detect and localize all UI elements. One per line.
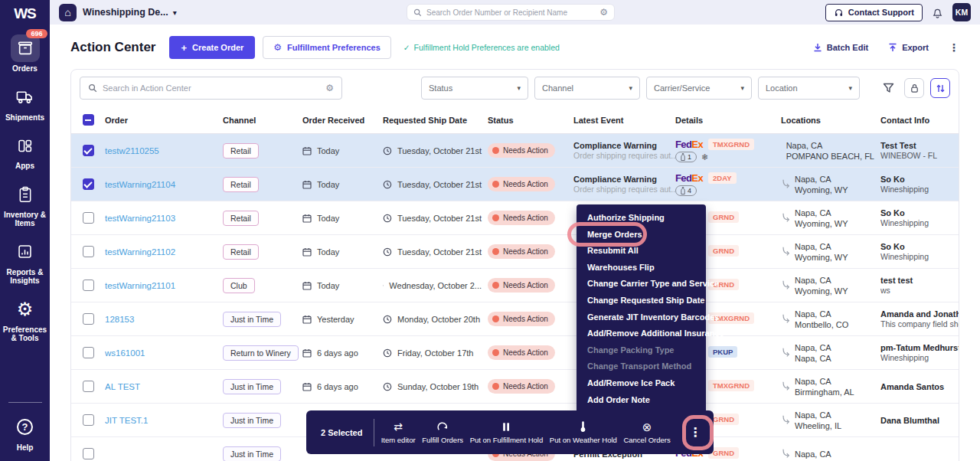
column-header[interactable]: Details: [675, 116, 781, 125]
fulfillment-preferences-button[interactable]: ⚙ Fulfillment Preferences: [263, 36, 390, 59]
redo-icon: [437, 422, 449, 432]
filter-dropdown-channel[interactable]: Channel▾: [534, 77, 640, 100]
menu-item-add-remove-additional-insurance[interactable]: Add/Remove Additional Insurance: [577, 325, 706, 342]
sidebar-item-inventory-items[interactable]: Inventory & Items: [2, 181, 49, 228]
sort-button[interactable]: [930, 78, 950, 98]
batch-edit-button[interactable]: Batch Edit: [813, 43, 868, 52]
more-actions-icon[interactable]: ⋮: [949, 41, 959, 54]
order-link[interactable]: JIT TEST.1: [105, 416, 148, 425]
search-settings-icon[interactable]: ⚙: [325, 83, 334, 93]
sidebar-item-apps[interactable]: Apps: [2, 132, 49, 171]
row-checkbox[interactable]: [83, 347, 94, 358]
order-link[interactable]: AL TEST: [105, 382, 140, 391]
action-center-search[interactable]: ⚙: [80, 77, 342, 100]
latest-event-title: Compliance Warning: [573, 140, 669, 151]
table-row[interactable]: AL TEST Just in Time 6 days ago Sunday, …: [71, 370, 959, 404]
sidebar-item-help[interactable]: ? Help: [2, 414, 49, 453]
column-header[interactable]: Status: [488, 116, 573, 125]
search-settings-icon[interactable]: ⚙: [599, 8, 608, 17]
column-header[interactable]: Channel: [223, 116, 302, 125]
select-all-checkbox[interactable]: [83, 114, 94, 126]
row-checkbox[interactable]: [83, 246, 94, 257]
row-checkbox[interactable]: [83, 280, 94, 291]
lock-button[interactable]: [904, 78, 924, 98]
sidebar-item-preferences-tools[interactable]: ⚙Preferences & Tools: [2, 296, 49, 343]
menu-item-resubmit-all[interactable]: Resubmit All: [577, 243, 706, 260]
menu-item-warehouses-flip[interactable]: Warehouses Flip: [577, 260, 706, 276]
menu-item-add-order-note[interactable]: Add Order Note: [577, 392, 706, 409]
route-arrow-icon: [781, 314, 790, 324]
create-order-button[interactable]: + Create Order: [169, 36, 255, 59]
contact-name: Amanda Santos: [880, 381, 952, 392]
table-row[interactable]: testw2110255 Retail Today Tuesday, Octob…: [71, 134, 959, 168]
contact-name: pm-Tatum Medhurst: [880, 342, 952, 353]
bulk-action-fulfill-orders[interactable]: Fulfill Orders: [422, 421, 463, 444]
avatar[interactable]: KM: [952, 3, 971, 21]
global-search[interactable]: ⚙: [407, 4, 615, 21]
channel-badge: Just in Time: [223, 379, 281, 394]
service-badge: 2DAY: [708, 172, 736, 184]
org-switcher[interactable]: Wineshipping De...: [83, 7, 168, 18]
menu-item-authorize-shipping[interactable]: Authorize Shipping: [577, 210, 706, 227]
table-row[interactable]: testWarning21104 Retail Today Tuesday, O…: [71, 168, 959, 201]
menu-item-merge-orders[interactable]: Merge Orders: [577, 227, 706, 244]
column-header[interactable]: Order: [105, 116, 223, 125]
row-checkbox[interactable]: [83, 145, 94, 156]
filter-dropdown-carrier-service[interactable]: Carrier/Service▾: [646, 77, 752, 100]
row-checkbox[interactable]: [83, 178, 94, 190]
row-checkbox[interactable]: [83, 448, 94, 459]
channel-badge: Just in Time: [223, 413, 281, 428]
calendar-icon: [302, 315, 312, 324]
column-header[interactable]: Requested Ship Date: [383, 116, 488, 125]
bulk-action-cancel-orders[interactable]: ⊗Cancel Orders: [623, 421, 670, 444]
notification-bell-icon[interactable]: [933, 7, 942, 18]
bulk-action-put-on-fulfillment-hold[interactable]: Put on Fulfillment Hold: [470, 421, 544, 444]
order-link[interactable]: testWarning21102: [105, 247, 175, 257]
menu-item-add-remove-ice-pack[interactable]: Add/Remove Ice Pack: [577, 375, 706, 392]
order-link[interactable]: testWarning21103: [105, 214, 175, 223]
calendar-icon: [302, 214, 312, 223]
bulk-action-item-editor[interactable]: ⇄Item editor: [381, 421, 416, 444]
sidebar-item-orders[interactable]: 696Orders: [2, 34, 49, 74]
sidebar-item-reports-insights[interactable]: Reports & Insights: [2, 238, 49, 286]
order-link[interactable]: testw2110255: [105, 146, 159, 155]
menu-item-change-carrier-type-and-service[interactable]: Change Carrier Type and Service: [577, 276, 706, 293]
row-checkbox[interactable]: [83, 414, 94, 426]
order-link[interactable]: testWarning21101: [105, 281, 175, 290]
row-checkbox[interactable]: [83, 212, 94, 224]
action-center-search-input[interactable]: [103, 83, 320, 93]
table-row[interactable]: 128153 Just in Time Yesterday Monday, Oc…: [71, 302, 959, 336]
order-link[interactable]: ws161001: [105, 348, 145, 358]
thermometer-icon: [579, 421, 587, 433]
menu-item-change-requested-ship-date[interactable]: Change Requested Ship Date: [577, 293, 706, 309]
menu-item-generate-jit-inventory-barcodes[interactable]: Generate JIT Inventory Barcodes: [577, 309, 706, 326]
filter-dropdown-status[interactable]: Status▾: [421, 77, 528, 100]
table-row[interactable]: testWarning21103 Retail Today Tuesday, O…: [71, 201, 959, 235]
sidebar-item-shipments[interactable]: Shipments: [2, 83, 49, 123]
filter-dropdown-location[interactable]: Location▾: [758, 77, 860, 100]
column-header[interactable]: Locations: [781, 116, 880, 125]
order-link[interactable]: 128153: [105, 315, 134, 324]
row-checkbox[interactable]: [83, 381, 94, 392]
channel-badge: Retail: [223, 244, 259, 260]
contact-support-button[interactable]: Contact Support: [825, 4, 923, 21]
column-header[interactable]: Contact Info: [880, 116, 959, 125]
more-bulk-actions-button[interactable]: ⋮: [677, 425, 714, 440]
action-center-card: ⚙ Status▾Channel▾Carrier/Service▾Locatio…: [70, 69, 959, 461]
global-search-input[interactable]: [426, 8, 595, 17]
locations: Napa, CA Wyoming, WY: [795, 241, 848, 263]
home-icon[interactable]: ⌂: [59, 4, 77, 21]
table-row[interactable]: ws161001 Return to Winery 6 days ago Fri…: [71, 336, 959, 370]
order-link[interactable]: testWarning21104: [105, 180, 175, 189]
table-row[interactable]: testWarning21101 Club Today Wednesday, O…: [71, 269, 959, 302]
column-header[interactable]: Latest Event: [573, 116, 675, 125]
filter-button[interactable]: [878, 78, 898, 98]
main-content: Action Center + Create Order ⚙ Fulfillme…: [50, 25, 980, 461]
order-received: Today: [317, 180, 339, 189]
column-header[interactable]: Order Received: [302, 116, 383, 125]
row-checkbox[interactable]: [83, 313, 94, 325]
table-row[interactable]: testWarning21102 Retail Today Tuesday, O…: [71, 235, 959, 269]
export-button[interactable]: Export: [888, 43, 929, 52]
sidebar-item-label: Apps: [2, 162, 49, 171]
bulk-action-put-on-weather-hold[interactable]: Put on Weather Hold: [550, 421, 617, 444]
